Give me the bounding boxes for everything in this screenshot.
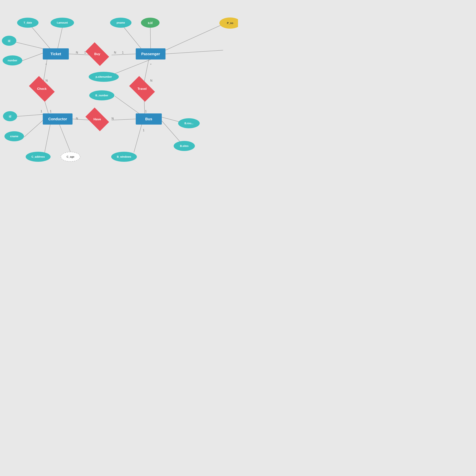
svg-line-22 (134, 125, 142, 153)
attr-p-sitenumber: p.sitenumber (89, 72, 119, 82)
card-ticket-check-n: N (46, 79, 48, 82)
card-passenger-travel-n: N (150, 79, 153, 82)
card-conductor-have-n: N (76, 117, 78, 120)
svg-line-16 (112, 119, 136, 120)
relation-have: Have (87, 113, 107, 126)
attr-p-id: p.id (141, 18, 160, 28)
svg-line-18 (24, 120, 43, 137)
entity-bus: Bus (136, 113, 162, 125)
attr-b-number: B_number (89, 90, 114, 101)
card-buy-passenger-n: N (114, 51, 116, 54)
attr-c-age: C_age (61, 152, 80, 162)
svg-line-0 (29, 24, 50, 49)
relation-check: Check (31, 82, 53, 96)
attr-pname: pname (110, 18, 132, 28)
card-passenger-star: * (150, 63, 151, 67)
svg-line-20 (60, 125, 71, 153)
svg-line-3 (22, 53, 43, 61)
attr-cname: cname (4, 131, 24, 141)
attr-t-amount: t.amount (51, 18, 74, 28)
attr-c-address: C_address (26, 152, 51, 162)
card-check-conductor-1: 1 (41, 110, 42, 113)
svg-line-2 (12, 41, 43, 49)
relation-travel: Travel (131, 82, 153, 96)
attr-t-number: number (3, 55, 22, 66)
card-ticket-star: * (46, 63, 47, 67)
attr-c-id: id (3, 111, 17, 121)
card-buy-1: 1 (84, 51, 86, 54)
er-diagram: Ticket Passenger Conductor Bus Buy Check… (0, 0, 238, 238)
connections-svg (0, 0, 238, 238)
entity-passenger: Passenger (136, 48, 166, 60)
attr-b-sites: B.sites (174, 141, 195, 151)
svg-line-10 (166, 24, 223, 50)
attr-t-date: T_date (17, 18, 38, 28)
card-bus-bottom-1: 1 (143, 129, 144, 132)
relation-buy: Buy (87, 48, 107, 61)
svg-line-19 (45, 125, 50, 153)
card-have-bus-n: N (112, 117, 114, 120)
card-passenger-1: 1 (122, 51, 124, 54)
attr-t-id: id (2, 36, 16, 46)
attr-b-windows: B_windows (111, 152, 137, 162)
svg-line-13 (144, 60, 149, 82)
card-travel-bus-1: 1 (145, 110, 147, 113)
attr-b-route: B.rou... (178, 118, 200, 128)
svg-line-9 (166, 50, 223, 54)
entity-conductor: Conductor (43, 113, 72, 125)
card-check-conductor-1b: 1 (50, 110, 51, 113)
entity-ticket: Ticket (43, 48, 69, 60)
svg-line-17 (15, 114, 43, 117)
svg-line-21 (115, 96, 139, 114)
card-ticket-buy-n: N (76, 51, 78, 54)
